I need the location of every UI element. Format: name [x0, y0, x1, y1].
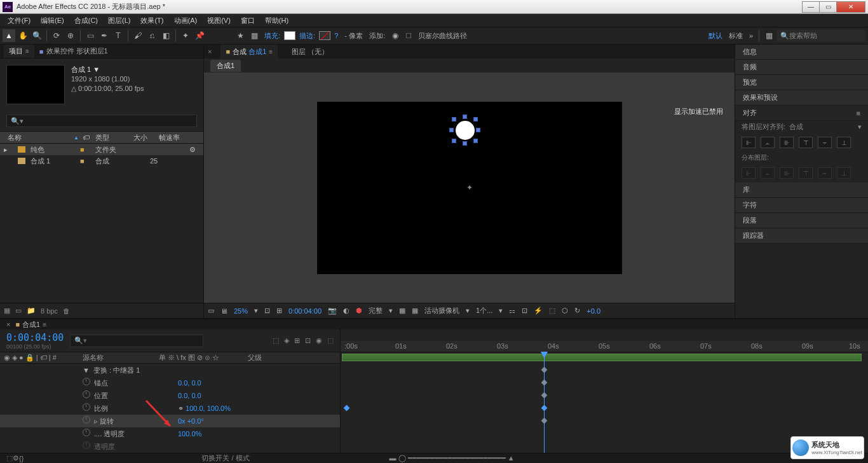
anchor-point-icon[interactable]: ✦	[466, 184, 473, 191]
shape-star-icon[interactable]: ★	[234, 29, 247, 42]
panel-menu-icon[interactable]: ≡	[857, 109, 860, 117]
panel-info[interactable]: 信息	[735, 45, 868, 60]
fast-preview-icon[interactable]: ⚡	[534, 307, 543, 315]
panel-align[interactable]: 对齐≡	[735, 106, 868, 121]
align-top-button[interactable]: ⊤	[799, 137, 813, 148]
col-size[interactable]: 大小	[130, 133, 155, 142]
quality-dropdown[interactable]: 完整	[369, 306, 383, 315]
brush-tool[interactable]: 🖌	[132, 29, 144, 42]
monitor-icon[interactable]: 🖥	[220, 307, 227, 315]
transparency-icon[interactable]: ▦	[412, 307, 418, 315]
align-left-button[interactable]: ⊩	[742, 137, 756, 148]
transform-handle[interactable]	[463, 114, 467, 119]
view-opt-icon[interactable]: ⚏	[509, 307, 515, 315]
panel-character[interactable]: 字符	[735, 198, 868, 213]
transform-handle[interactable]	[452, 139, 456, 143]
stroke-label[interactable]: 描边:	[297, 31, 318, 41]
panel-library[interactable]: 库	[735, 183, 868, 198]
menu-edit[interactable]: 编辑(E)	[36, 16, 69, 25]
close-button[interactable]: ✕	[836, 1, 865, 13]
tab-project[interactable]: 项目≡	[4, 45, 34, 58]
menu-layer[interactable]: 图层(L)	[103, 16, 135, 25]
tl-icon[interactable]: ⬚	[327, 336, 334, 345]
timecode[interactable]: 0:00:04:00	[6, 332, 64, 343]
stopwatch-icon[interactable]	[83, 390, 90, 398]
puppet-tool[interactable]: 📌	[193, 29, 206, 42]
maximize-button[interactable]: ▭	[819, 1, 837, 13]
transform-handle[interactable]	[463, 141, 467, 146]
current-time[interactable]: 0:00:04:00	[288, 307, 322, 315]
eraser-tool[interactable]: ◧	[159, 29, 172, 42]
stopwatch-icon[interactable]	[83, 403, 90, 411]
zoom-tool[interactable]: 🔍	[31, 29, 43, 42]
panel-audio[interactable]: 音频	[735, 60, 868, 75]
interpret-icon[interactable]: ▦	[4, 307, 10, 315]
toggle-switches-label[interactable]: 切换开关 / 模式	[201, 453, 249, 463]
fill-label[interactable]: 填充:	[262, 31, 283, 41]
playhead[interactable]	[544, 352, 545, 453]
tl-icon[interactable]: ⊞	[294, 336, 300, 345]
color-icon[interactable]: ⬢	[356, 307, 362, 315]
menu-file[interactable]: 文件(F)	[3, 16, 36, 25]
menu-effect[interactable]: 效果(T)	[135, 16, 168, 25]
workspace-more[interactable]: »	[747, 32, 756, 39]
prop-repeater[interactable]: ▼ 变换 : 中继器 1	[0, 364, 340, 377]
prop-rotation[interactable]: ▹ 旋转 0x +0.0°	[0, 415, 340, 427]
text-tool[interactable]: T	[112, 29, 125, 42]
prop-scale[interactable]: 比例 ⚭ 100.0, 100.0%	[0, 402, 340, 415]
breadcrumb-comp[interactable]: 合成1	[210, 60, 241, 72]
layer-bar[interactable]	[342, 354, 862, 361]
snapshot-icon[interactable]: 📷	[328, 307, 337, 315]
tl-icon[interactable]: ◉	[316, 336, 322, 345]
help-search[interactable]: 🔍 搜索帮助	[776, 30, 865, 41]
tl-icon[interactable]: ⊡	[305, 336, 311, 345]
pan-behind-tool[interactable]: ⊕	[64, 29, 77, 42]
align-to-value[interactable]: 合成	[789, 122, 803, 132]
track-area[interactable]	[341, 352, 868, 453]
comp-thumbnail[interactable]	[6, 65, 65, 104]
toggle-icon[interactable]: ⚙	[13, 454, 19, 462]
transform-handle[interactable]	[473, 117, 478, 121]
camera-dropdown[interactable]: 活动摄像机	[424, 306, 459, 315]
panel-paragraph[interactable]: 段落	[735, 213, 868, 228]
pixel-icon[interactable]: ⊡	[522, 307, 527, 315]
align-bottom-button[interactable]: ⊥	[837, 137, 851, 148]
screen-icon[interactable]: ▭	[208, 307, 214, 315]
rectangle-tool[interactable]: ▭	[84, 29, 97, 42]
time-ruler[interactable]: :00s 01s 02s 03s 04s 05s 06s 07s 08s 09s…	[341, 341, 868, 352]
menu-animation[interactable]: 动画(A)	[169, 16, 203, 25]
canvas[interactable]: 显示加速已禁用 ✦	[204, 73, 735, 303]
align-right-button[interactable]: ⊪	[780, 137, 794, 148]
panel-preview[interactable]: 预览	[735, 75, 868, 90]
timeline-icon[interactable]: ⬚	[549, 307, 555, 315]
new-folder-icon[interactable]: 📁	[27, 307, 36, 315]
tab-menu-icon[interactable]: ≡	[269, 48, 273, 55]
align-hcenter-button[interactable]: ⫠	[761, 137, 775, 148]
keyframe[interactable]	[344, 405, 350, 411]
rotation-value[interactable]: 0x +0.0°	[178, 417, 204, 425]
bpc-label[interactable]: 8 bpc	[41, 307, 58, 315]
shape-layer[interactable]	[456, 121, 475, 140]
dist-3-button[interactable]: ⊪	[780, 167, 794, 179]
anchor-value[interactable]: 0.0, 0.0	[178, 379, 201, 387]
position-value[interactable]: 0.0, 0.0	[178, 392, 201, 399]
dist-2-button[interactable]: ⫠	[761, 167, 775, 179]
workspace-default[interactable]: 默认	[706, 31, 725, 41]
menu-composition[interactable]: 合成(C)	[69, 16, 103, 25]
zoom-level[interactable]: 25%	[234, 307, 248, 315]
toggle-icon[interactable]: {}	[19, 455, 24, 462]
col-type[interactable]: 类型	[92, 133, 130, 142]
timeline-tab-comp[interactable]: 合成1	[22, 320, 40, 329]
add-menu-icon[interactable]: ◉	[389, 29, 402, 42]
stopwatch-icon[interactable]	[83, 441, 90, 449]
dist-6-button[interactable]: ⊥	[837, 167, 851, 179]
roto-tool[interactable]: ✦	[179, 29, 192, 42]
transform-handle[interactable]	[473, 139, 478, 143]
bezier-label[interactable]: 贝塞尔曲线路径	[416, 31, 470, 41]
stopwatch-icon[interactable]	[83, 416, 90, 424]
stopwatch-icon[interactable]	[83, 429, 90, 436]
tab-menu-icon[interactable]: ≡	[43, 321, 46, 328]
transform-handle[interactable]	[452, 117, 456, 121]
prop-position[interactable]: 位置 0.0, 0.0	[0, 389, 340, 402]
resolution-icon[interactable]: ⊡	[264, 307, 270, 315]
